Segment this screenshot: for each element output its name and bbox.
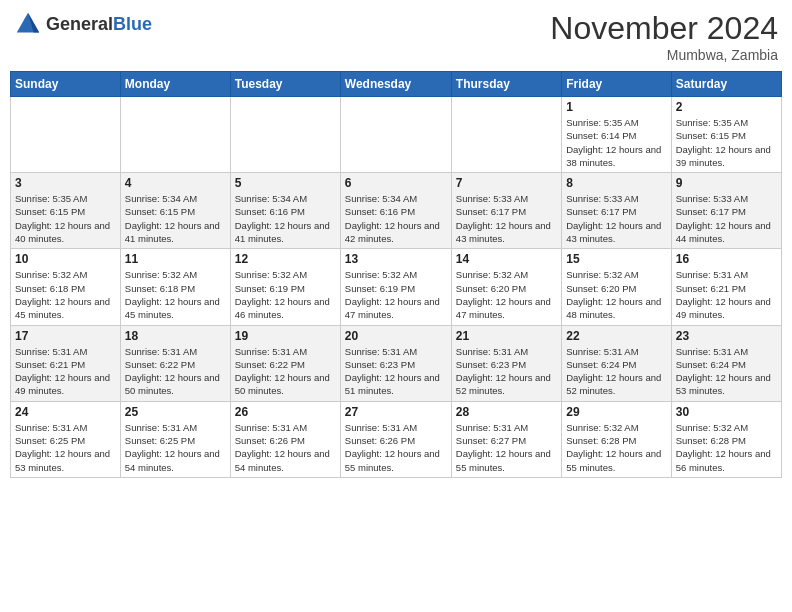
day-info: Sunrise: 5:31 AM Sunset: 6:21 PM Dayligh… (676, 268, 777, 321)
day-number: 25 (125, 405, 226, 419)
weekday-header: Friday (562, 72, 671, 97)
day-number: 18 (125, 329, 226, 343)
day-number: 6 (345, 176, 447, 190)
day-info: Sunrise: 5:32 AM Sunset: 6:19 PM Dayligh… (345, 268, 447, 321)
calendar-cell: 8Sunrise: 5:33 AM Sunset: 6:17 PM Daylig… (562, 173, 671, 249)
calendar-cell: 12Sunrise: 5:32 AM Sunset: 6:19 PM Dayli… (230, 249, 340, 325)
calendar-cell: 18Sunrise: 5:31 AM Sunset: 6:22 PM Dayli… (120, 325, 230, 401)
day-info: Sunrise: 5:33 AM Sunset: 6:17 PM Dayligh… (456, 192, 557, 245)
weekday-header: Tuesday (230, 72, 340, 97)
day-number: 20 (345, 329, 447, 343)
calendar-cell: 29Sunrise: 5:32 AM Sunset: 6:28 PM Dayli… (562, 401, 671, 477)
calendar-cell: 11Sunrise: 5:32 AM Sunset: 6:18 PM Dayli… (120, 249, 230, 325)
calendar-header-row: SundayMondayTuesdayWednesdayThursdayFrid… (11, 72, 782, 97)
weekday-header: Monday (120, 72, 230, 97)
day-number: 8 (566, 176, 666, 190)
day-info: Sunrise: 5:33 AM Sunset: 6:17 PM Dayligh… (676, 192, 777, 245)
day-number: 27 (345, 405, 447, 419)
day-number: 11 (125, 252, 226, 266)
weekday-header: Thursday (451, 72, 561, 97)
title-block: November 2024 Mumbwa, Zambia (550, 10, 778, 63)
day-number: 29 (566, 405, 666, 419)
day-number: 7 (456, 176, 557, 190)
calendar-cell: 28Sunrise: 5:31 AM Sunset: 6:27 PM Dayli… (451, 401, 561, 477)
calendar-cell (120, 97, 230, 173)
day-info: Sunrise: 5:32 AM Sunset: 6:18 PM Dayligh… (15, 268, 116, 321)
day-info: Sunrise: 5:31 AM Sunset: 6:23 PM Dayligh… (456, 345, 557, 398)
calendar-week-row: 3Sunrise: 5:35 AM Sunset: 6:15 PM Daylig… (11, 173, 782, 249)
location: Mumbwa, Zambia (550, 47, 778, 63)
day-number: 2 (676, 100, 777, 114)
calendar-cell: 5Sunrise: 5:34 AM Sunset: 6:16 PM Daylig… (230, 173, 340, 249)
day-number: 14 (456, 252, 557, 266)
day-number: 3 (15, 176, 116, 190)
day-info: Sunrise: 5:32 AM Sunset: 6:28 PM Dayligh… (676, 421, 777, 474)
calendar-table: SundayMondayTuesdayWednesdayThursdayFrid… (10, 71, 782, 478)
calendar-week-row: 1Sunrise: 5:35 AM Sunset: 6:14 PM Daylig… (11, 97, 782, 173)
day-number: 16 (676, 252, 777, 266)
calendar-cell: 13Sunrise: 5:32 AM Sunset: 6:19 PM Dayli… (340, 249, 451, 325)
logo: GeneralBlue (14, 10, 152, 38)
day-info: Sunrise: 5:34 AM Sunset: 6:16 PM Dayligh… (345, 192, 447, 245)
day-info: Sunrise: 5:32 AM Sunset: 6:28 PM Dayligh… (566, 421, 666, 474)
calendar-cell: 26Sunrise: 5:31 AM Sunset: 6:26 PM Dayli… (230, 401, 340, 477)
logo-general-text: General (46, 14, 113, 34)
day-info: Sunrise: 5:31 AM Sunset: 6:26 PM Dayligh… (235, 421, 336, 474)
calendar-cell: 16Sunrise: 5:31 AM Sunset: 6:21 PM Dayli… (671, 249, 781, 325)
calendar-cell: 25Sunrise: 5:31 AM Sunset: 6:25 PM Dayli… (120, 401, 230, 477)
page-header: GeneralBlue November 2024 Mumbwa, Zambia (10, 10, 782, 63)
day-info: Sunrise: 5:32 AM Sunset: 6:19 PM Dayligh… (235, 268, 336, 321)
calendar-cell: 30Sunrise: 5:32 AM Sunset: 6:28 PM Dayli… (671, 401, 781, 477)
day-info: Sunrise: 5:32 AM Sunset: 6:20 PM Dayligh… (456, 268, 557, 321)
day-number: 23 (676, 329, 777, 343)
weekday-header: Wednesday (340, 72, 451, 97)
day-info: Sunrise: 5:31 AM Sunset: 6:22 PM Dayligh… (125, 345, 226, 398)
day-number: 13 (345, 252, 447, 266)
day-number: 10 (15, 252, 116, 266)
day-info: Sunrise: 5:31 AM Sunset: 6:27 PM Dayligh… (456, 421, 557, 474)
calendar-week-row: 10Sunrise: 5:32 AM Sunset: 6:18 PM Dayli… (11, 249, 782, 325)
logo-icon (14, 10, 42, 38)
day-info: Sunrise: 5:31 AM Sunset: 6:26 PM Dayligh… (345, 421, 447, 474)
calendar-cell: 1Sunrise: 5:35 AM Sunset: 6:14 PM Daylig… (562, 97, 671, 173)
weekday-header: Saturday (671, 72, 781, 97)
day-info: Sunrise: 5:31 AM Sunset: 6:21 PM Dayligh… (15, 345, 116, 398)
day-info: Sunrise: 5:33 AM Sunset: 6:17 PM Dayligh… (566, 192, 666, 245)
day-info: Sunrise: 5:35 AM Sunset: 6:15 PM Dayligh… (15, 192, 116, 245)
day-number: 28 (456, 405, 557, 419)
day-number: 12 (235, 252, 336, 266)
calendar-cell: 2Sunrise: 5:35 AM Sunset: 6:15 PM Daylig… (671, 97, 781, 173)
day-info: Sunrise: 5:34 AM Sunset: 6:16 PM Dayligh… (235, 192, 336, 245)
month-title: November 2024 (550, 10, 778, 47)
calendar-cell: 9Sunrise: 5:33 AM Sunset: 6:17 PM Daylig… (671, 173, 781, 249)
day-number: 4 (125, 176, 226, 190)
calendar-cell: 17Sunrise: 5:31 AM Sunset: 6:21 PM Dayli… (11, 325, 121, 401)
calendar-week-row: 17Sunrise: 5:31 AM Sunset: 6:21 PM Dayli… (11, 325, 782, 401)
day-number: 9 (676, 176, 777, 190)
day-info: Sunrise: 5:34 AM Sunset: 6:15 PM Dayligh… (125, 192, 226, 245)
day-number: 22 (566, 329, 666, 343)
calendar-cell: 14Sunrise: 5:32 AM Sunset: 6:20 PM Dayli… (451, 249, 561, 325)
day-number: 1 (566, 100, 666, 114)
calendar-cell (11, 97, 121, 173)
day-info: Sunrise: 5:31 AM Sunset: 6:23 PM Dayligh… (345, 345, 447, 398)
day-info: Sunrise: 5:31 AM Sunset: 6:24 PM Dayligh… (676, 345, 777, 398)
logo-blue-text: Blue (113, 14, 152, 34)
weekday-header: Sunday (11, 72, 121, 97)
day-number: 15 (566, 252, 666, 266)
day-number: 26 (235, 405, 336, 419)
day-info: Sunrise: 5:31 AM Sunset: 6:22 PM Dayligh… (235, 345, 336, 398)
day-number: 19 (235, 329, 336, 343)
calendar-cell: 15Sunrise: 5:32 AM Sunset: 6:20 PM Dayli… (562, 249, 671, 325)
day-info: Sunrise: 5:35 AM Sunset: 6:14 PM Dayligh… (566, 116, 666, 169)
day-number: 5 (235, 176, 336, 190)
day-number: 30 (676, 405, 777, 419)
calendar-cell: 3Sunrise: 5:35 AM Sunset: 6:15 PM Daylig… (11, 173, 121, 249)
calendar-cell: 21Sunrise: 5:31 AM Sunset: 6:23 PM Dayli… (451, 325, 561, 401)
calendar-cell: 24Sunrise: 5:31 AM Sunset: 6:25 PM Dayli… (11, 401, 121, 477)
calendar-cell: 20Sunrise: 5:31 AM Sunset: 6:23 PM Dayli… (340, 325, 451, 401)
calendar-cell: 4Sunrise: 5:34 AM Sunset: 6:15 PM Daylig… (120, 173, 230, 249)
calendar-cell: 23Sunrise: 5:31 AM Sunset: 6:24 PM Dayli… (671, 325, 781, 401)
calendar-cell: 7Sunrise: 5:33 AM Sunset: 6:17 PM Daylig… (451, 173, 561, 249)
calendar-cell: 27Sunrise: 5:31 AM Sunset: 6:26 PM Dayli… (340, 401, 451, 477)
